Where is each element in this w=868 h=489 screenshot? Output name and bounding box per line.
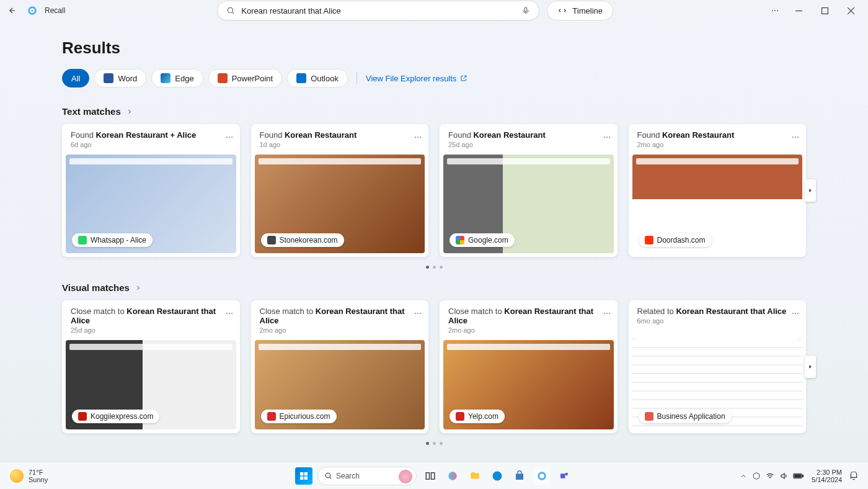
- visual-matches-header[interactable]: Visual matches: [62, 282, 806, 293]
- svg-rect-48: [802, 475, 804, 477]
- card-more-button[interactable]: [603, 133, 611, 141]
- taskbar-search[interactable]: Search: [317, 467, 417, 485]
- result-card[interactable]: Found Korean Restaurant 2mo ago Doordash…: [629, 124, 807, 257]
- result-card[interactable]: Found Korean Restaurant 1d ago Stonekore…: [251, 124, 429, 257]
- edge-browser-icon[interactable]: [489, 467, 506, 485]
- svg-point-40: [448, 472, 456, 480]
- card-thumbnail: Koggiiexpress.com: [66, 340, 236, 429]
- scroll-next-button[interactable]: [805, 179, 816, 202]
- svg-rect-49: [794, 474, 801, 477]
- edge-icon: [161, 73, 170, 83]
- search-input[interactable]: [241, 6, 515, 16]
- tray-chevron-icon[interactable]: [740, 472, 747, 480]
- timeline-button[interactable]: Timeline: [547, 1, 613, 20]
- file-explorer-link[interactable]: View File Explorer results: [366, 74, 467, 83]
- card-title: Related to Korean Restaurant that Alice: [637, 307, 798, 316]
- taskbar: 71°FSunny Search 2:30 PM5/14/2024: [0, 462, 868, 489]
- source-chip: Koggiiexpress.com: [72, 410, 159, 423]
- result-card[interactable]: Found Korean Restaurant 25d ago Google.c…: [440, 124, 618, 257]
- chevron-right-icon: [126, 108, 133, 115]
- source-icon: [78, 236, 87, 244]
- card-more-button[interactable]: [225, 133, 234, 141]
- card-more-button[interactable]: [414, 309, 422, 318]
- text-matches-header[interactable]: Text matches: [62, 106, 806, 117]
- source-icon: [456, 236, 464, 244]
- result-card[interactable]: Close match to Korean Restaurant that Al…: [251, 300, 429, 433]
- source-chip: Doordash.com: [639, 233, 712, 247]
- svg-point-27: [604, 313, 605, 314]
- result-card[interactable]: Related to Korean Restaurant that Alice …: [629, 300, 807, 433]
- source-icon: [267, 236, 276, 244]
- svg-point-28: [606, 313, 608, 314]
- source-icon: [645, 412, 653, 421]
- card-more-button[interactable]: [225, 309, 234, 318]
- svg-rect-35: [300, 476, 303, 479]
- svg-rect-38: [426, 472, 429, 479]
- card-time: 6d ago: [71, 141, 231, 148]
- source-icon: [456, 412, 464, 421]
- svg-point-18: [792, 137, 794, 138]
- svg-point-7: [777, 10, 778, 11]
- pagination-dots[interactable]: [62, 266, 806, 269]
- weather-widget[interactable]: 71°FSunny: [10, 469, 48, 483]
- svg-point-9: [226, 137, 228, 138]
- card-more-button[interactable]: [414, 133, 422, 141]
- svg-point-17: [609, 137, 610, 138]
- card-title: Found Korean Restaurant: [260, 130, 420, 140]
- filter-outlook[interactable]: Outlook: [287, 69, 348, 87]
- source-chip: Yelp.com: [450, 410, 505, 423]
- filter-edge[interactable]: Edge: [151, 69, 203, 87]
- svg-point-32: [797, 313, 799, 314]
- card-time: 2mo ago: [260, 326, 420, 334]
- maximize-button[interactable]: [812, 2, 837, 19]
- card-time: 1d ago: [260, 141, 420, 148]
- close-button[interactable]: [838, 2, 863, 19]
- card-title: Close match to Korean Restaurant that Al…: [448, 307, 609, 325]
- store-icon[interactable]: [511, 467, 528, 485]
- filter-word[interactable]: Word: [94, 69, 146, 87]
- result-card[interactable]: Close match to Korean Restaurant that Al…: [440, 300, 618, 433]
- result-card[interactable]: Close match to Korean Restaurant that Al…: [62, 300, 240, 433]
- card-more-button[interactable]: [791, 133, 800, 141]
- app-name: Recall: [45, 6, 65, 15]
- svg-point-24: [415, 313, 416, 314]
- svg-point-3: [228, 7, 233, 12]
- start-button[interactable]: [295, 467, 312, 485]
- scroll-next-button[interactable]: [805, 356, 816, 378]
- recall-app-icon: [26, 4, 38, 17]
- svg-point-19: [795, 137, 796, 138]
- powerpoint-icon: [218, 73, 228, 83]
- outlook-icon: [296, 73, 306, 83]
- taskbar-clock[interactable]: 2:30 PM5/14/2024: [812, 469, 842, 483]
- result-card[interactable]: Found Korean Restaurant + Alice 6d ago W…: [62, 124, 240, 257]
- minimize-button[interactable]: [786, 2, 811, 19]
- tray-cube-icon[interactable]: [752, 472, 761, 480]
- teams-icon[interactable]: [556, 467, 573, 485]
- microphone-icon[interactable]: [521, 6, 530, 15]
- card-more-button[interactable]: [603, 309, 611, 318]
- filter-all[interactable]: All: [62, 69, 89, 87]
- svg-rect-45: [560, 473, 565, 478]
- card-more-button[interactable]: [791, 309, 800, 318]
- source-icon: [78, 412, 87, 421]
- copilot-icon[interactable]: [444, 467, 461, 485]
- card-thumbnail: Whatsapp - Alice: [66, 155, 236, 253]
- task-view-icon[interactable]: [422, 467, 439, 485]
- svg-point-11: [231, 137, 232, 138]
- word-icon: [104, 73, 113, 83]
- filter-powerpoint[interactable]: PowerPoint: [208, 69, 282, 87]
- wifi-icon[interactable]: [766, 472, 774, 480]
- card-title: Found Korean Restaurant + Alice: [71, 130, 231, 140]
- pagination-dots[interactable]: [62, 442, 806, 445]
- notification-icon[interactable]: [849, 472, 858, 480]
- file-explorer-icon[interactable]: [466, 467, 484, 485]
- search-box[interactable]: [217, 1, 539, 20]
- more-button[interactable]: [765, 2, 785, 19]
- card-time: 6mo ago: [637, 317, 798, 325]
- battery-icon[interactable]: [793, 472, 804, 480]
- search-icon: [226, 6, 235, 15]
- svg-point-6: [774, 10, 776, 11]
- back-button[interactable]: [5, 3, 20, 18]
- recall-taskbar-icon[interactable]: [533, 467, 551, 485]
- volume-icon[interactable]: [779, 472, 788, 480]
